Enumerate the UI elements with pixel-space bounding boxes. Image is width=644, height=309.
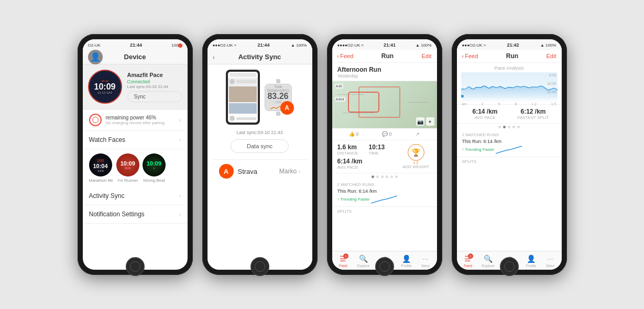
status-bar-2: ●●●O2-UK ≈ 21:44 ▲ 100% bbox=[208, 39, 312, 50]
phone-screen-3: ●●●●O2-UK ≈ 21:41 ▲ 100% ‹ Feed Run Edit… bbox=[332, 39, 437, 270]
pace-splits-section: SPLITS bbox=[457, 157, 562, 166]
mini-phone-screen bbox=[228, 72, 258, 123]
device-title: Device bbox=[124, 53, 146, 61]
strava-badge: A bbox=[280, 101, 294, 115]
page-dots bbox=[332, 173, 437, 180]
pace-more-icon: ··· bbox=[547, 255, 553, 263]
explore-icon: 🔍 bbox=[359, 255, 368, 263]
carrier-1: O2-UK bbox=[88, 43, 101, 48]
nav-profile[interactable]: 👤 Profile bbox=[401, 255, 412, 268]
trophy-col: 🏆 x 2 ADD WEIGHT bbox=[400, 144, 432, 170]
edit-button[interactable]: Edit bbox=[422, 53, 432, 59]
pace-trending: ↑ Trending Faster bbox=[462, 144, 556, 154]
activity-sync-title: Activity Sync bbox=[238, 53, 281, 61]
pace-stats-row: 6:14 /km AVG PACE 6:12 /km FASTEST SPLIT bbox=[457, 105, 562, 124]
pace-edit-button[interactable]: Edit bbox=[547, 53, 556, 59]
mini-avatar-row-2 bbox=[228, 115, 258, 122]
pace-nav-more[interactable]: ··· More bbox=[546, 255, 554, 268]
matched-runs-title: 2 MATCHED RUNS bbox=[337, 182, 432, 187]
home-button-3[interactable] bbox=[375, 257, 394, 276]
phone-pace: ●●●O2-UK ≈ 21:42 ▲ 100% ‹ Feed Run Edit … bbox=[452, 34, 567, 275]
pace-feed-label: Feed bbox=[464, 264, 472, 268]
pace-splits-title: SPLITS bbox=[462, 159, 556, 164]
pace-nav-profile[interactable]: 👤 Profile bbox=[526, 255, 537, 268]
like-action[interactable]: 👍 0 bbox=[349, 131, 358, 137]
run-header: ‹ Feed Run Edit bbox=[332, 50, 437, 63]
chevron-right-icon: › bbox=[179, 193, 181, 199]
comment-icon: 💬 bbox=[382, 131, 388, 137]
sync-button[interactable]: Sync bbox=[127, 91, 182, 102]
battery-2: ▲ 100% bbox=[291, 43, 307, 48]
comment-action[interactable]: 💬 0 bbox=[382, 131, 391, 137]
back-arrow-icon[interactable]: ‹ bbox=[213, 53, 215, 61]
watch-faces-menu-item[interactable]: Watch Faces › bbox=[83, 131, 188, 149]
time-value: 10:13 bbox=[369, 144, 400, 151]
map-street-2 bbox=[408, 102, 429, 103]
nav-more[interactable]: ··· More bbox=[421, 255, 430, 268]
strava-row[interactable]: A Strava Marko › bbox=[213, 159, 307, 183]
activity-sync-content: Total Distance(km) 83.26 1380 A Last syn… bbox=[208, 64, 312, 270]
notification-settings-menu-item[interactable]: Notification Settings › bbox=[83, 205, 188, 224]
nav-feed[interactable]: ☰ 1 Feed bbox=[339, 255, 347, 268]
map-label-a46: A46 bbox=[335, 84, 343, 89]
more-icon: ··· bbox=[422, 255, 429, 263]
dot-4 bbox=[386, 175, 388, 178]
feed-label: Feed bbox=[339, 264, 347, 268]
power-section[interactable]: remaining power 46% No charging record a… bbox=[83, 109, 188, 131]
phone-activity-sync: ●●●O2-UK ≈ 21:44 ▲ 100% ‹ Activity Sync bbox=[202, 34, 318, 275]
home-button-1[interactable] bbox=[126, 257, 145, 276]
time-1: 21:44 bbox=[130, 42, 142, 48]
feed-back-button[interactable]: ‹ Feed bbox=[337, 53, 354, 59]
phone-watch-display: Total Distance(km) 83.26 1380 A bbox=[226, 70, 294, 125]
watch-face-item-2[interactable]: 10:09 RUN I'm Runner bbox=[116, 153, 139, 183]
distance-stat: 1.6 km DISTANCE 6:14 /km AVG PACE bbox=[337, 144, 369, 170]
map-label-a404: A404 bbox=[335, 97, 345, 102]
x-label-8: 8 bbox=[515, 102, 517, 106]
status-bar-4: ●●●O2-UK ≈ 21:42 ▲ 100% bbox=[457, 39, 562, 50]
watch-face-item-3[interactable]: 10:09 ♫ Strong Beat bbox=[143, 153, 166, 183]
strava-logo: A bbox=[219, 164, 234, 179]
mini-phone bbox=[226, 70, 260, 125]
activity-sync-label: Activity Sync bbox=[89, 192, 125, 200]
run-map[interactable]: A46 A404 📷 + bbox=[332, 81, 437, 128]
map-controls[interactable]: 📷 + bbox=[416, 117, 434, 126]
run-stats: 1.6 km DISTANCE 6:14 /km AVG PACE 10:13 … bbox=[332, 140, 437, 173]
activity-sync-header: ‹ Activity Sync bbox=[208, 50, 312, 64]
mini-screen-content bbox=[228, 72, 258, 123]
x-label-12: 1.2 bbox=[531, 102, 537, 106]
pace-back-button[interactable]: ‹ Feed bbox=[462, 53, 478, 59]
run-title-header: Run bbox=[381, 52, 394, 60]
pace-matched-section: 2 MATCHED RUNS This Run: 6:14 /km ↑ Tren… bbox=[457, 130, 562, 157]
share-action[interactable]: ↗ bbox=[416, 131, 420, 137]
pace-more-label: More bbox=[546, 264, 554, 268]
strava-user-row: Marko › bbox=[279, 168, 301, 175]
pace-profile-icon: 👤 bbox=[527, 255, 536, 263]
phone-screen-4: ●●●O2-UK ≈ 21:42 ▲ 100% ‹ Feed Run Edit … bbox=[457, 39, 562, 270]
add-weight-label[interactable]: ADD WEIGHT bbox=[402, 164, 429, 169]
data-sync-button[interactable]: Data sync bbox=[231, 139, 289, 153]
this-run-stat: This Run: 6:14 /km bbox=[337, 189, 432, 194]
run-date: Yesterday bbox=[337, 73, 432, 79]
trend-chart bbox=[371, 194, 397, 204]
nav-explore[interactable]: 🔍 Explore bbox=[357, 255, 370, 268]
watch-band-bottom bbox=[101, 103, 108, 104]
home-button-4[interactable] bbox=[500, 257, 519, 276]
status-bar-1: O2-UK 21:44 100% bbox=[83, 39, 188, 50]
watch-face-item-1[interactable]: 100 10:04 ★★★ Marathon life bbox=[89, 153, 113, 183]
chevron-right-icon: › bbox=[299, 169, 300, 174]
pace-nav-explore[interactable]: 🔍 Explore bbox=[482, 255, 495, 268]
share-icon: ↗ bbox=[416, 131, 420, 137]
mini-watch-steps: 1380 bbox=[275, 101, 281, 104]
home-button-2[interactable] bbox=[250, 257, 269, 276]
user-avatar[interactable] bbox=[88, 50, 103, 64]
last-sync-info: Last sync:03-10 21:43 bbox=[236, 130, 283, 135]
watch-date: 12-12 SAT bbox=[97, 91, 112, 94]
status-bar-3: ●●●●O2-UK ≈ 21:41 ▲ 100% bbox=[332, 39, 437, 50]
chart-x-labels: km 2 5 8 1.2 1.5 bbox=[461, 102, 558, 106]
trending-indicator: ↑ Trending Faster bbox=[337, 194, 432, 204]
device-header: Device bbox=[83, 50, 188, 64]
mini-avatar bbox=[230, 79, 235, 84]
pace-nav-feed[interactable]: ☰ 1 Feed bbox=[464, 255, 472, 268]
phone-run: ●●●●O2-UK ≈ 21:41 ▲ 100% ‹ Feed Run Edit… bbox=[327, 34, 442, 275]
activity-sync-menu-item[interactable]: Activity Sync › bbox=[83, 187, 188, 205]
